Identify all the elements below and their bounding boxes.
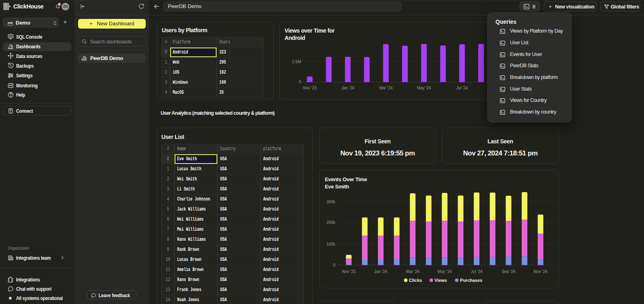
svg-text:Purchases: Purchases <box>460 278 483 283</box>
svg-text:Jul '24: Jul '24 <box>456 86 468 90</box>
svg-text:0: 0 <box>299 80 301 84</box>
svg-text:Nov '24: Nov '24 <box>534 269 547 274</box>
svg-text:Sep '24: Sep '24 <box>502 269 516 274</box>
svg-text:Nov '23: Nov '23 <box>342 269 356 274</box>
svg-text:Mar '24: Mar '24 <box>406 269 419 274</box>
svg-text:Jan '24: Jan '24 <box>341 86 354 90</box>
svg-text:Jan '24: Jan '24 <box>374 269 387 274</box>
svg-text:Views: Views <box>435 278 447 283</box>
svg-text:May '24: May '24 <box>417 86 431 90</box>
svg-text:May '24: May '24 <box>438 269 452 274</box>
svg-text:Clicks: Clicks <box>409 278 422 283</box>
svg-text:100k: 100k <box>326 242 336 246</box>
svg-text:Jul '24: Jul '24 <box>471 269 483 274</box>
svg-text:Mar '24: Mar '24 <box>379 86 392 90</box>
svg-text:200k: 200k <box>326 220 336 225</box>
svg-text:2.5M: 2.5M <box>292 60 301 64</box>
svg-text:0: 0 <box>333 263 335 267</box>
svg-text:Nov '23: Nov '23 <box>303 86 317 90</box>
svg-text:300k: 300k <box>326 200 336 204</box>
